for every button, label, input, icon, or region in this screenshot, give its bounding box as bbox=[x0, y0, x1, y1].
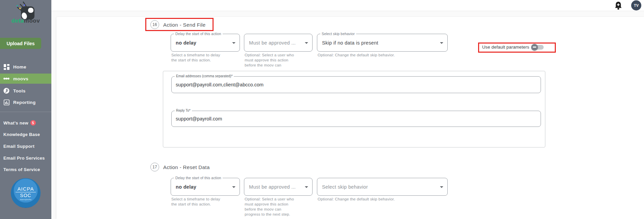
approver-select-step17[interactable]: Must be approved ... bbox=[244, 178, 313, 196]
email-addresses-input[interactable] bbox=[176, 77, 534, 92]
chevron-down-icon bbox=[232, 42, 236, 44]
step-number-circle: 17 bbox=[150, 163, 159, 171]
toggle-label: Use default parameters bbox=[482, 45, 529, 50]
email-parameters-panel: Email addresses (comma separated)* Reply… bbox=[163, 71, 545, 147]
link-label: Knowledge Base bbox=[3, 132, 40, 137]
step-number-circle: 16 bbox=[150, 20, 159, 29]
sidebar-item-moovs[interactable]: moovs bbox=[0, 74, 51, 84]
sidebar-item-home[interactable]: Home bbox=[0, 62, 51, 72]
placeholder-value: Must be approved ... bbox=[249, 40, 296, 46]
sidebar-link-email-pro-services[interactable]: Email Pro Services bbox=[3, 156, 45, 161]
soc-badge-line1: AICPA bbox=[16, 186, 36, 192]
placeholder-value: Select skip behavior bbox=[322, 184, 368, 190]
sidebar-link-terms-of-service[interactable]: Terms of Service bbox=[3, 167, 40, 172]
placeholder-value: Must be approved ... bbox=[249, 184, 296, 190]
use-default-parameters-row: Use default parameters bbox=[479, 43, 546, 51]
sidebar-divider bbox=[0, 112, 51, 112]
approver-select-step16[interactable]: Must be approved ... bbox=[244, 34, 313, 52]
sidebar-item-label: Home bbox=[13, 64, 26, 70]
step17-heading: 17 Action - Reset Data bbox=[150, 163, 210, 171]
field-label: Delay the start of this action bbox=[174, 176, 223, 180]
skip-helper-text: Optional: Change the default skip behavi… bbox=[318, 197, 426, 202]
delay-select-step16[interactable]: Delay the start of this action no delay bbox=[171, 34, 240, 52]
bell-icon[interactable] bbox=[614, 1, 622, 10]
skip-behavior-select-step17[interactable]: Select skip behavior bbox=[317, 178, 448, 196]
email-addresses-field: Email addresses (comma separated)* bbox=[171, 76, 541, 93]
approver-helper-text: Optional: Select a user who must approve… bbox=[245, 53, 311, 68]
selected-value: no delay bbox=[176, 40, 196, 46]
field-label: Delay the start of this action bbox=[174, 32, 223, 36]
whats-new-count-badge: 5 bbox=[30, 120, 36, 126]
reply-to-input[interactable] bbox=[176, 111, 534, 126]
chevron-down-icon bbox=[440, 186, 443, 188]
sidebar-link-email-support[interactable]: Email Support bbox=[3, 144, 34, 149]
soc-badge-line3: aicpa.org/soc4so bbox=[20, 199, 31, 200]
link-label: Email Support bbox=[3, 144, 34, 149]
brand-wordmark: detamoov bbox=[0, 18, 51, 24]
brand-wordmark-secondary: moov bbox=[24, 18, 40, 24]
sidebar-link-whats-new[interactable]: What's new 5 bbox=[3, 120, 36, 126]
approver-helper-text: Optional: Select a user who must approve… bbox=[245, 197, 311, 217]
chevron-down-icon bbox=[232, 186, 236, 188]
main-content-card: 16 Action - Send File Delay the start of… bbox=[56, 17, 644, 219]
sidebar-item-label: Reporting bbox=[13, 100, 35, 105]
dashboard-icon bbox=[3, 64, 9, 70]
sidebar-item-reporting[interactable]: Reporting bbox=[0, 97, 51, 107]
user-avatar[interactable]: TV bbox=[631, 0, 641, 10]
step16-heading: 16 Action - Send File bbox=[150, 20, 206, 29]
skip-helper-text: Optional: Change the default skip behavi… bbox=[318, 53, 426, 58]
sidebar-item-label: Tools bbox=[13, 88, 26, 93]
step-title: Action - Send File bbox=[163, 22, 206, 28]
moovs-dots-icon bbox=[3, 76, 9, 82]
link-label: Email Pro Services bbox=[3, 156, 45, 161]
step-title: Action - Reset Data bbox=[163, 164, 210, 170]
bar-chart-icon bbox=[3, 99, 9, 105]
topbar: TV bbox=[51, 0, 644, 11]
use-default-parameters-toggle[interactable] bbox=[532, 45, 544, 50]
delay-helper-text: Select a timeframe to delay the start of… bbox=[171, 53, 234, 63]
aicpa-soc-badge: AICPA SOC aicpa.org/soc4so bbox=[11, 178, 41, 208]
sidebar-item-label: moovs bbox=[13, 76, 28, 81]
minus-icon bbox=[533, 47, 536, 48]
soc-badge-line2: SOC bbox=[20, 193, 31, 198]
selected-value: no delay bbox=[176, 184, 196, 190]
chevron-down-icon bbox=[305, 42, 308, 44]
field-label: Select skip behavior bbox=[320, 32, 356, 36]
sidebar: detamoov Upload Files Home moovs bbox=[0, 0, 51, 219]
link-label: What's new bbox=[3, 120, 28, 126]
skip-behavior-select-step16[interactable]: Select skip behavior Skip if no data is … bbox=[317, 34, 448, 52]
sidebar-item-tools[interactable]: Tools bbox=[0, 86, 51, 96]
chevron-down-icon bbox=[440, 42, 443, 44]
chevron-down-icon bbox=[305, 186, 308, 188]
delay-helper-text: Select a timeframe to delay the start of… bbox=[171, 197, 234, 207]
wrench-icon bbox=[3, 88, 9, 94]
toggle-thumb bbox=[531, 44, 538, 51]
reply-to-field: Reply To* bbox=[171, 111, 541, 127]
delay-select-step17[interactable]: Delay the start of this action no delay bbox=[171, 178, 240, 196]
link-label: Terms of Service bbox=[3, 167, 40, 172]
upload-files-button[interactable]: Upload Files bbox=[0, 38, 41, 49]
sidebar-link-knowledge-base[interactable]: Knowledge Base bbox=[3, 132, 40, 137]
selected-value: Skip if no data is present bbox=[322, 40, 378, 46]
brand-wordmark-primary: deta bbox=[11, 18, 24, 24]
